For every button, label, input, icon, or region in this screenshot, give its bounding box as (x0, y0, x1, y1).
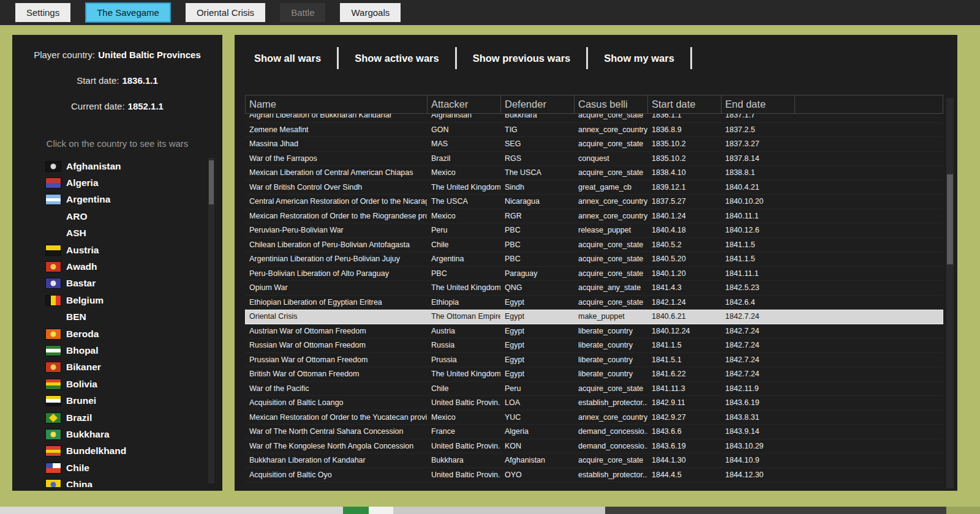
war-cell-start-date: 1843.6.19 (647, 439, 721, 453)
war-table-row[interactable]: War of The North Central Sahara Concessi… (245, 425, 943, 439)
country-list-item[interactable]: Bundelkhand (12, 443, 205, 460)
country-list-item[interactable]: BEN (12, 309, 205, 326)
war-cell-attacker: Bukkhara (427, 453, 500, 467)
country-list-item[interactable]: China (12, 476, 205, 487)
filter-separator (455, 47, 457, 69)
tab-settings[interactable]: Settings (15, 3, 70, 22)
war-table-row[interactable]: Bukkharan Liberation of KandaharBukkhara… (245, 453, 943, 468)
war-filter-bar: Show all wars Show active wars Show prev… (235, 35, 957, 69)
country-list-item[interactable]: Bukkhara (12, 426, 205, 442)
country-list-item[interactable]: Argentina (12, 192, 205, 208)
country-list-item[interactable]: Belgium (12, 292, 205, 308)
show-my-wars-button[interactable]: Show my wars (595, 49, 683, 68)
war-table-row[interactable]: Acquisition of Baltic LoangoUnited Balti… (245, 396, 943, 411)
war-cell-defender: Egypt (500, 310, 574, 324)
show-active-wars-button[interactable]: Show active wars (346, 49, 448, 68)
country-list-scrollbar-thumb[interactable] (209, 160, 214, 204)
war-table-row[interactable]: Peruvian-Peru-Bolivian WarPeruPBCrelease… (245, 223, 943, 238)
war-cell-defender: Peru (500, 382, 574, 396)
column-header-end-date[interactable]: End date (722, 95, 795, 113)
war-table-row[interactable]: Central American Restoration of Order to… (245, 195, 943, 209)
country-list-item[interactable]: Bikaner (12, 359, 205, 376)
app-window: Settings The Savegame Oriental Crisis Ba… (0, 0, 980, 514)
war-table-row[interactable]: War of The Kongolese North Angola Conces… (245, 439, 943, 454)
country-flag-icon (46, 245, 61, 255)
war-cell-defender: LOA (500, 396, 574, 410)
show-all-wars-button[interactable]: Show all wars (246, 49, 330, 68)
war-table-body: Afghan Liberation of Bukkharan KandaharA… (245, 114, 943, 490)
country-name-label: Chile (66, 463, 89, 474)
country-list-item[interactable]: Chile (12, 460, 205, 476)
country-list-item[interactable]: Algeria (12, 174, 205, 191)
country-list-scrollbar[interactable] (208, 158, 214, 483)
column-header-attacker[interactable]: Attacker (428, 95, 501, 113)
war-cell-empty (794, 338, 943, 352)
war-table-row[interactable]: Massina JihadMASSEGacquire_core_state183… (245, 137, 943, 152)
war-cell-defender: Egypt (500, 367, 574, 381)
war-cell-attacker: Austria (427, 324, 500, 338)
country-list-item[interactable]: Afghanistan (12, 158, 205, 174)
war-cell-end-date: 1842.5.23 (721, 281, 794, 295)
war-table-row[interactable]: Prussian War of Ottoman FreedomPrussiaEg… (245, 353, 943, 368)
war-table-row[interactable]: Austrian War of Ottoman FreedomAustriaEg… (245, 324, 943, 339)
country-list-item[interactable]: Bhopal (12, 342, 205, 359)
country-list-item[interactable]: ASH (12, 225, 205, 242)
war-cell-end-date: 1841.11.1 (721, 267, 794, 281)
column-header-name[interactable]: Name (246, 95, 428, 113)
war-cell-defender: Egypt (500, 296, 574, 310)
war-cell-empty (794, 353, 943, 367)
column-header-defender[interactable]: Defender (501, 95, 575, 113)
war-table-row[interactable]: Oriental CrisisThe Ottoman EmpireEgyptma… (245, 310, 943, 324)
war-cell-name: Austrian War of Ottoman Freedom (245, 324, 427, 338)
country-list-item[interactable]: ARO (12, 208, 205, 225)
war-table-row[interactable]: Mexican Liberation of Central American C… (245, 166, 943, 181)
war-table-row[interactable]: Chilean Liberation of Peru-Bolivian Anto… (245, 238, 943, 253)
war-table-row[interactable]: Mexican Restoration of Order to the Riog… (245, 209, 943, 224)
tab-the-savegame[interactable]: The Savegame (85, 2, 171, 23)
country-flag-icon (46, 362, 61, 372)
country-list-item[interactable]: Bastar (12, 275, 205, 292)
war-table-row[interactable]: Acquisition of Baltic OyoUnited Baltic P… (245, 468, 943, 483)
war-cell-end-date: 1840.12.6 (721, 223, 794, 237)
country-list-item[interactable]: Brazil (12, 409, 205, 426)
war-cell-attacker: The Ottoman Empire (427, 310, 500, 324)
war-table-row[interactable]: Ethiopian Liberation of Egyptian Eritrea… (245, 296, 943, 310)
war-cell-casus-belli: great_game_cb (574, 181, 647, 195)
war-cell-casus-belli: release_puppet (574, 223, 647, 237)
war-cell-casus-belli: acquire_core_state (574, 238, 647, 252)
war-cell-end-date: 1841.1.5 (721, 238, 794, 252)
tab-wargoals[interactable]: Wargoals (340, 3, 401, 22)
war-table-header: Name Attacker Defender Casus belli Start… (245, 95, 943, 114)
war-cell-empty (794, 252, 943, 266)
column-header-casus-belli[interactable]: Casus belli (575, 95, 648, 113)
war-table-row[interactable]: Mexican Restoration of Order to the Yuca… (245, 411, 943, 425)
war-table-row[interactable]: Russian War of Ottoman FreedomRussiaEgyp… (245, 338, 943, 353)
show-previous-wars-button[interactable]: Show previous wars (464, 49, 579, 68)
war-cell-empty (794, 382, 943, 396)
country-list-item[interactable]: Austria (12, 242, 205, 258)
country-list-item[interactable]: Bolivia (12, 376, 205, 392)
war-table-row[interactable]: British War of Ottoman FreedomThe United… (245, 367, 943, 382)
country-flag-icon (46, 346, 61, 356)
war-table-row[interactable]: War of the PacificChilePeruacquire_core_… (245, 382, 943, 397)
country-list-item[interactable]: Beroda (12, 326, 205, 342)
war-table-scrollbar[interactable] (946, 98, 954, 488)
war-table-row[interactable]: War of the FarraposBrazilRGSconquest1835… (245, 152, 943, 166)
war-cell-end-date: 1843.8.31 (721, 411, 794, 425)
war-table-scrollbar-thumb[interactable] (947, 174, 953, 264)
war-table-row[interactable]: Zemene MesafintGONTIGannex_core_country1… (245, 123, 943, 138)
war-table-row[interactable]: Afghan Liberation of Bukkharan KandaharA… (245, 114, 943, 123)
war-table-row[interactable]: War of British Control Over SindhThe Uni… (245, 181, 943, 195)
war-table-row[interactable]: Peru-Bolivian Liberation of Alto Paragua… (245, 267, 943, 281)
country-list-item[interactable]: Brunei (12, 392, 205, 409)
start-date-line: Start date:1836.1.1 (12, 75, 222, 86)
war-cell-empty (794, 425, 943, 439)
war-table-row[interactable]: Argentinian Liberation of Peru-Bolivian … (245, 252, 943, 267)
country-list-item[interactable]: Awadh (12, 258, 205, 275)
column-header-start-date[interactable]: Start date (648, 95, 722, 113)
tab-oriental-crisis[interactable]: Oriental Crisis (186, 3, 265, 22)
country-name-label: Beroda (66, 329, 99, 340)
country-name-label: Austria (66, 245, 99, 256)
war-table-row[interactable]: Opium WarThe United KingdomQNGacquire_an… (245, 281, 943, 296)
war-cell-attacker: The United Kingdom (427, 181, 500, 195)
